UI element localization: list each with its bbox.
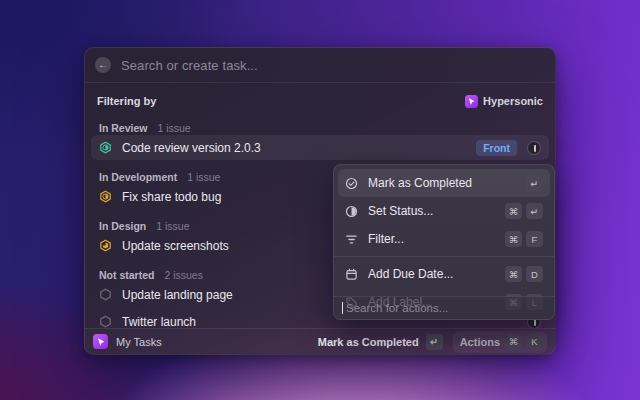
keycap: ⌘ <box>505 203 522 219</box>
project-chip: Front <box>476 140 517 156</box>
actions-keycaps: ⌘K <box>505 334 543 350</box>
group-count: 1 issue <box>156 220 189 232</box>
filter-bar: Filtering by Hypersonic <box>85 83 555 113</box>
command-palette-window: ← Search or create task... Filtering by … <box>84 47 556 355</box>
menu-item-label: Add Due Date... <box>368 267 453 281</box>
search-input[interactable]: Search or create task... <box>121 58 258 73</box>
menu-item[interactable]: Set Status...⌘↵ <box>338 197 550 225</box>
status-in-design-icon <box>99 239 112 252</box>
status-not-started-icon <box>99 315 112 328</box>
filter-icon <box>345 233 358 246</box>
check-circle-icon <box>345 177 358 190</box>
status-not-started-icon <box>99 288 112 301</box>
keycap: D <box>526 266 543 282</box>
status-in-development-icon <box>99 190 112 203</box>
action-menu-list: Mark as Completed↵Set Status...⌘↵Filter.… <box>334 169 554 316</box>
status-in-review-icon <box>99 141 112 154</box>
menu-item-label: Set Status... <box>368 204 433 218</box>
group-count: 2 issues <box>164 269 203 281</box>
task-title: Twitter launch <box>122 315 196 329</box>
workspace-indicator: Hypersonic <box>465 95 543 108</box>
hypersonic-app-icon <box>93 334 108 349</box>
action-search-input[interactable]: Search for actions... <box>346 302 448 314</box>
action-search-bar[interactable]: Search for actions... <box>334 296 554 319</box>
keycap: ⌘ <box>505 266 522 282</box>
group-name: In Development <box>99 171 177 183</box>
group-name: Not started <box>99 269 154 281</box>
task-title: Update screenshots <box>122 239 229 253</box>
menu-divider <box>334 256 554 257</box>
task-title: Code review version 2.0.3 <box>122 141 261 155</box>
calendar-icon <box>345 268 358 281</box>
group-name: In Review <box>99 122 147 134</box>
search-bar: ← Search or create task... <box>85 48 555 83</box>
footer-primary-label: Mark as Completed <box>318 336 419 348</box>
actions-label: Actions <box>460 336 500 348</box>
menu-item-label: Mark as Completed <box>368 176 472 190</box>
menu-item-keycaps: ⌘F <box>505 231 543 247</box>
footer-primary-action[interactable]: Mark as Completed ↵ <box>318 334 443 350</box>
menu-item-keycaps: ⌘↵ <box>505 203 543 219</box>
back-button[interactable]: ← <box>95 57 111 73</box>
group-count: 1 issue <box>187 171 220 183</box>
menu-item-label: Filter... <box>368 232 404 246</box>
hypersonic-app-icon <box>465 95 478 108</box>
group-name: In Design <box>99 220 146 232</box>
filtering-by-label: Filtering by <box>97 95 156 107</box>
keycap: ⌘ <box>505 231 522 247</box>
keycap: ↵ <box>526 203 543 219</box>
task-row[interactable]: Code review version 2.0.3Front <box>91 135 549 160</box>
footer-context: My Tasks <box>93 334 162 349</box>
status-half-icon <box>345 205 358 218</box>
task-title: Update landing page <box>122 288 233 302</box>
workspace-name: Hypersonic <box>483 95 543 107</box>
keycap: ↵ <box>526 175 543 191</box>
footer-actions-button[interactable]: Actions ⌘K <box>453 331 547 353</box>
menu-item[interactable]: Filter...⌘F <box>338 225 550 253</box>
group-header: In Review1 issue <box>91 113 549 135</box>
keycap: ⌘ <box>505 334 522 350</box>
text-caret <box>342 302 343 314</box>
menu-item[interactable]: Add Due Date...⌘D <box>338 260 550 288</box>
footer-context-label: My Tasks <box>116 336 162 348</box>
menu-item-keycaps: ↵ <box>526 175 543 191</box>
keycap: F <box>526 231 543 247</box>
keycap: K <box>526 334 543 350</box>
action-menu: Mark as Completed↵Set Status...⌘↵Filter.… <box>333 164 555 320</box>
menu-item-keycaps: ⌘D <box>505 266 543 282</box>
footer-bar: My Tasks Mark as Completed ↵ Actions ⌘K <box>85 328 555 354</box>
menu-item[interactable]: Mark as Completed↵ <box>338 169 550 197</box>
enter-keycap: ↵ <box>426 334 443 350</box>
assignee-avatar <box>527 141 541 155</box>
task-title: Fix share todo bug <box>122 190 221 204</box>
group-count: 1 issue <box>157 122 190 134</box>
